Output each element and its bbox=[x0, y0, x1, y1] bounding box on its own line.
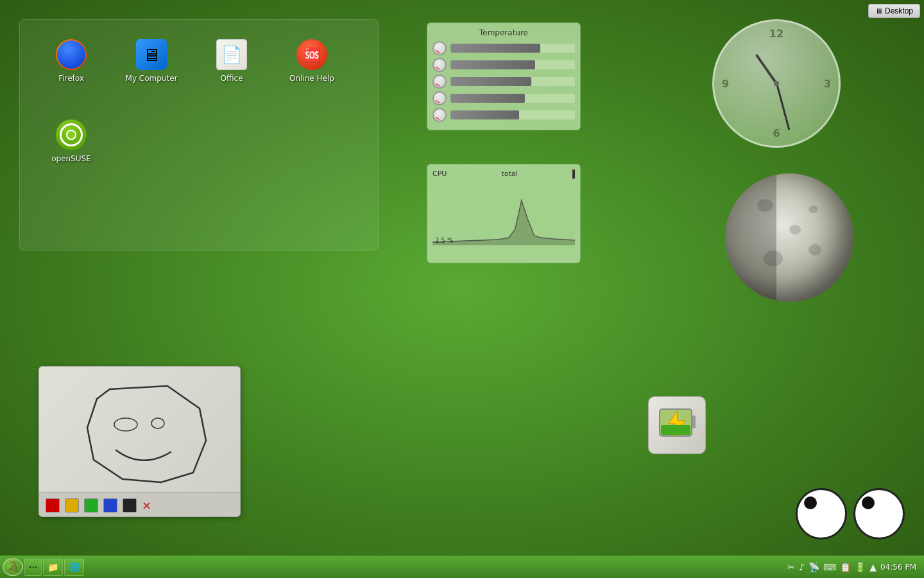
eye-right bbox=[853, 488, 905, 539]
clock-face: 12 3 6 9 bbox=[712, 19, 841, 148]
taskbar-files-button[interactable]: 📁 bbox=[43, 558, 63, 576]
temp-row-4 bbox=[432, 91, 575, 105]
clock-minute-hand bbox=[776, 83, 790, 130]
cpu-percent: 2.5 % bbox=[435, 237, 454, 244]
temp-bar-container-2 bbox=[450, 60, 575, 69]
icon-onlinehelp-label: Online Help bbox=[289, 74, 334, 83]
eye-left bbox=[796, 488, 847, 539]
temp-row-2 bbox=[432, 58, 575, 72]
office-icon: 📄 bbox=[216, 39, 247, 70]
temp-bar-4 bbox=[450, 94, 525, 103]
network-icon[interactable]: 📡 bbox=[809, 562, 819, 572]
icon-mycomputer-label: My Computer bbox=[126, 74, 178, 83]
tray-arrow-icon[interactable]: ▲ bbox=[869, 562, 877, 572]
color-green[interactable] bbox=[84, 498, 98, 512]
drawing-widget: × bbox=[38, 366, 241, 517]
temp-gauge-3 bbox=[432, 74, 447, 89]
taskbar: 🐊 ··· 📁 🌐 ✂ ♪ 📡 ⌨ 📋 🔋 ▲ 04:56 PM bbox=[0, 555, 924, 578]
cpu-bar-indicator bbox=[572, 170, 575, 179]
taskbar-time: 04:56 PM bbox=[880, 563, 916, 572]
svg-point-5 bbox=[114, 418, 137, 431]
icon-office[interactable]: 📄 Office bbox=[193, 33, 270, 110]
clock-widget: 12 3 6 9 bbox=[712, 19, 841, 148]
clock-number-12: 12 bbox=[769, 28, 783, 40]
drawing-canvas[interactable] bbox=[39, 367, 240, 492]
pupil-right bbox=[862, 496, 875, 509]
files-icon: 📁 bbox=[47, 562, 58, 572]
close-drawing-button[interactable]: × bbox=[142, 498, 151, 512]
taskbar-dots-icon: ··· bbox=[29, 562, 37, 572]
taskbar-system-tray: ✂ ♪ 📡 ⌨ 📋 🔋 ▲ 04:56 PM bbox=[782, 562, 921, 572]
drawing-tools: × bbox=[39, 492, 240, 517]
icon-firefox-label: Firefox bbox=[58, 74, 84, 83]
temp-bar-container-3 bbox=[450, 77, 575, 86]
smiley-svg bbox=[58, 370, 225, 489]
svg-point-6 bbox=[151, 418, 164, 428]
volume-icon[interactable]: ♪ bbox=[799, 562, 805, 572]
icon-opensuse-label: openSUSE bbox=[51, 154, 91, 163]
eyes-widget bbox=[796, 488, 905, 539]
taskbar-browser-button[interactable]: 🌐 bbox=[64, 558, 84, 576]
cpu-title: CPU bbox=[432, 170, 447, 179]
mycomputer-icon: 🖥 bbox=[136, 39, 167, 70]
temp-bar-1 bbox=[450, 44, 540, 53]
color-black[interactable] bbox=[123, 498, 137, 512]
svg-rect-4 bbox=[661, 425, 690, 435]
temp-gauge-2 bbox=[432, 58, 447, 72]
cpu-header: CPU total bbox=[432, 170, 575, 179]
pupil-left bbox=[804, 496, 817, 509]
color-red[interactable] bbox=[46, 498, 60, 512]
taskbar-dots-button[interactable]: ··· bbox=[24, 558, 42, 576]
firefox-icon bbox=[56, 39, 87, 70]
temp-gauge-4 bbox=[432, 91, 447, 105]
moon-face bbox=[725, 173, 853, 302]
temperature-title: Temperature bbox=[432, 28, 575, 37]
moon-widget bbox=[725, 173, 853, 302]
taskbar-main-button[interactable]: 🐊 bbox=[3, 558, 23, 576]
clock-number-3: 3 bbox=[824, 78, 831, 90]
svg-rect-2 bbox=[692, 416, 696, 428]
icon-office-label: Office bbox=[220, 74, 243, 83]
temp-row-3 bbox=[432, 74, 575, 89]
icon-firefox[interactable]: Firefox bbox=[33, 33, 110, 110]
temp-gauge-5 bbox=[432, 108, 447, 122]
taskbar-main-icon: 🐊 bbox=[6, 561, 19, 573]
cpu-graph-svg bbox=[432, 181, 575, 245]
color-blue[interactable] bbox=[103, 498, 117, 512]
browser-taskbar-icon: 🌐 bbox=[69, 562, 80, 572]
clock-center bbox=[774, 81, 779, 86]
moon-crater-2 bbox=[789, 225, 801, 234]
temp-row-1 bbox=[432, 41, 575, 55]
temp-bar-2 bbox=[450, 60, 535, 69]
temp-bar-container-5 bbox=[450, 110, 575, 119]
cpu-widget: CPU total 2.5 % bbox=[427, 164, 581, 263]
opensuse-icon-img bbox=[56, 119, 87, 150]
icon-mycomputer[interactable]: 🖥 My Computer bbox=[113, 33, 190, 110]
temp-row-5 bbox=[432, 108, 575, 122]
temp-bar-3 bbox=[450, 77, 531, 86]
temperature-widget: Temperature bbox=[427, 22, 581, 130]
cpu-label-total: total bbox=[502, 170, 518, 179]
onlinehelp-icon: 🆘 bbox=[296, 39, 327, 70]
temp-gauge-1 bbox=[432, 41, 447, 55]
icons-panel: Firefox 🖥 My Computer 📄 Office 🆘 Online … bbox=[19, 19, 379, 250]
moon-shadow bbox=[725, 173, 776, 302]
temp-bar-container-4 bbox=[450, 94, 575, 103]
scissors-icon: ✂ bbox=[787, 562, 795, 572]
battery-icon bbox=[654, 399, 699, 451]
color-yellow[interactable] bbox=[65, 498, 79, 512]
desktop-button[interactable]: Desktop bbox=[868, 4, 920, 18]
clock-number-6: 6 bbox=[773, 127, 780, 139]
icon-onlinehelp[interactable]: 🆘 Online Help bbox=[273, 33, 350, 110]
battery-tray-icon: 🔋 bbox=[855, 562, 866, 572]
temp-bar-5 bbox=[450, 110, 519, 119]
clipboard-icon: 📋 bbox=[840, 562, 851, 572]
battery-widget bbox=[648, 396, 706, 454]
icon-opensuse[interactable]: openSUSE bbox=[33, 113, 110, 190]
temp-bar-container-1 bbox=[450, 44, 575, 53]
keyboard-icon: ⌨ bbox=[823, 562, 836, 572]
moon-crater-5 bbox=[809, 244, 821, 256]
cpu-graph: 2.5 % bbox=[432, 181, 575, 245]
clock-number-9: 9 bbox=[722, 78, 729, 90]
moon-crater-4 bbox=[809, 206, 818, 213]
